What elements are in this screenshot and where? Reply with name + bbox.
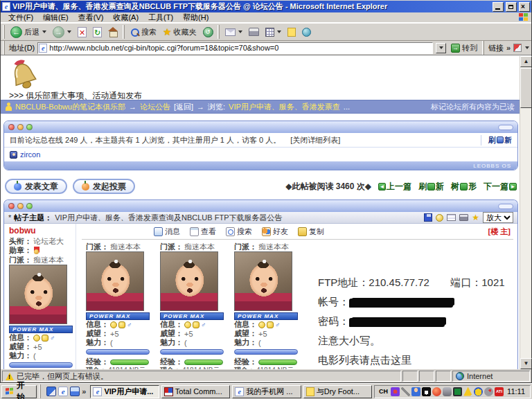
- menu-view[interactable]: 查看(V): [73, 12, 109, 23]
- breadcrumb-club[interactable]: NBCLUB-Bobwu的笔记本俱乐部: [15, 102, 125, 112]
- toolbar-handle[interactable]: [3, 25, 5, 39]
- notes-button[interactable]: [285, 27, 298, 37]
- show-desktop-icon[interactable]: [46, 387, 56, 396]
- ati-icon[interactable]: ATI: [495, 387, 504, 396]
- scroll-thumb[interactable]: [520, 68, 532, 108]
- edit-dropdown-icon[interactable]: [277, 30, 281, 33]
- title-bar[interactable]: e VIP用户申请、服务、香港发票查询及NBCLUB FTP下载服务器公告 @ …: [1, 1, 531, 12]
- headset-icon[interactable]: [474, 387, 483, 396]
- smiley-icon[interactable]: [110, 321, 117, 328]
- copy-button[interactable]: 复制: [298, 227, 324, 237]
- edit-button[interactable]: [263, 27, 283, 37]
- warning-tray-icon[interactable]: [463, 387, 472, 396]
- menu-favorites[interactable]: 收藏(A): [108, 12, 143, 23]
- back-dropdown-icon[interactable]: [42, 30, 46, 33]
- font-size-select[interactable]: 放大: [483, 212, 513, 223]
- refresh-button[interactable]: ↻: [91, 26, 104, 38]
- message-face-icon[interactable]: [42, 335, 48, 342]
- user-tray-icon[interactable]: [411, 387, 420, 396]
- qq-icon[interactable]: [422, 387, 431, 396]
- start-button[interactable]: 开始: [1, 385, 37, 398]
- stop-button[interactable]: ✕: [76, 26, 89, 38]
- browser-tray-icon[interactable]: [432, 387, 441, 396]
- task-button-dryfoot[interactable]: 与Dry Foot...: [303, 385, 372, 398]
- task-button-vip[interactable]: e VIP用户申请...: [90, 385, 159, 398]
- next-thread-link[interactable]: 下一篇 ►: [484, 181, 517, 193]
- mail-button[interactable]: [223, 28, 245, 37]
- history-button[interactable]: ↺: [201, 26, 215, 38]
- scroll-up-button[interactable]: ▲: [520, 56, 532, 67]
- address-input[interactable]: [49, 44, 432, 52]
- favorites-button[interactable]: ★ 收藏夹: [161, 26, 199, 38]
- search-posts-button[interactable]: 搜索: [226, 227, 252, 237]
- add-friend-button[interactable]: 好友: [262, 227, 288, 237]
- message-button[interactable]: 消息: [154, 227, 180, 237]
- new-vote-button[interactable]: 发起投票: [73, 179, 135, 194]
- tree-view-link[interactable]: 树 形: [451, 181, 477, 193]
- prev-thread-link[interactable]: ◄ 上一篇: [378, 181, 411, 193]
- menu-edit[interactable]: 编辑(E): [38, 12, 73, 23]
- close-detail-list-link[interactable]: [关闭详细列表]: [290, 135, 340, 145]
- breadcrumb-back-link[interactable]: [返回]: [174, 102, 193, 112]
- addressbar-handle[interactable]: [3, 41, 5, 55]
- pen-icon[interactable]: [401, 387, 410, 396]
- movie-list-link[interactable]: 电影列表请点击这里: [318, 354, 505, 364]
- print-thread-icon[interactable]: [459, 214, 468, 221]
- mark-all-read-link[interactable]: 标记论坛所有内容为已读: [431, 102, 515, 112]
- vertical-scrollbar[interactable]: ▲ ▼: [520, 56, 531, 369]
- outlook-express-icon[interactable]: [70, 387, 80, 396]
- home-button[interactable]: [106, 26, 121, 38]
- links-dropdown-icon[interactable]: [525, 46, 529, 49]
- edit-icon: [265, 28, 274, 37]
- refresh-link[interactable]: 刷 新: [481, 135, 512, 145]
- task-button-total-commander[interactable]: Total Comm...: [161, 385, 230, 398]
- gamepad-icon[interactable]: [443, 387, 452, 396]
- toolbar-separator: [218, 25, 220, 39]
- smiley-icon[interactable]: [258, 321, 265, 328]
- restore-button[interactable]: [506, 2, 517, 12]
- menu-file[interactable]: 文件(F): [3, 12, 38, 23]
- monitor-icon[interactable]: [453, 387, 462, 396]
- menu-help[interactable]: 帮助(H): [178, 12, 213, 23]
- forward-button[interactable]: →: [51, 26, 73, 39]
- close-button[interactable]: ×: [519, 2, 530, 12]
- minimize-button[interactable]: [493, 2, 504, 12]
- search-button[interactable]: 搜索: [128, 26, 159, 38]
- view-profile-button[interactable]: 查看: [190, 227, 216, 237]
- menu-tools[interactable]: 工具(T): [143, 12, 178, 23]
- message-face-icon[interactable]: [118, 321, 125, 328]
- save-icon[interactable]: [424, 213, 432, 222]
- refresh-thread-link[interactable]: 刷 新: [418, 181, 444, 193]
- author-name[interactable]: bobwu: [9, 226, 73, 236]
- message-icon: [154, 227, 163, 236]
- read-mode-icon[interactable]: [447, 214, 456, 221]
- messenger-button[interactable]: [300, 27, 313, 37]
- message-face-icon[interactable]: [267, 321, 274, 328]
- address-dropdown-button[interactable]: [436, 43, 446, 53]
- smiley-icon[interactable]: [184, 321, 191, 328]
- quicklaunch-chevron-icon[interactable]: »: [82, 387, 86, 396]
- links-badge-icon[interactable]: [513, 44, 522, 52]
- alert-icon[interactable]: [436, 214, 443, 222]
- input-language-indicator[interactable]: CH: [378, 387, 389, 397]
- print-button[interactable]: [247, 27, 261, 37]
- breadcrumb-board[interactable]: 论坛公告: [140, 102, 170, 112]
- scroll-down-button[interactable]: ▼: [520, 358, 532, 369]
- back-button[interactable]: ← 后退: [8, 26, 48, 39]
- input-method-icon[interactable]: [391, 387, 400, 396]
- clan-row: 门派： 痴迷本本: [9, 255, 73, 264]
- taskbar-handle[interactable]: [39, 384, 41, 398]
- links-chevron-icon[interactable]: »: [506, 44, 511, 52]
- mail-dropdown-icon[interactable]: [238, 30, 242, 33]
- online-user-link[interactable]: zircon: [20, 150, 40, 159]
- task-button-phone-site[interactable]: e 我的手机网 ...: [232, 385, 301, 398]
- smiley-icon[interactable]: [33, 335, 40, 342]
- go-button[interactable]: → 转到: [449, 42, 479, 54]
- ie-quicklaunch-icon[interactable]: e: [58, 387, 68, 396]
- forward-dropdown-icon[interactable]: [67, 30, 71, 33]
- new-post-button[interactable]: 发表文章: [5, 179, 67, 194]
- volume-icon[interactable]: [484, 387, 493, 396]
- message-face-icon[interactable]: [193, 321, 200, 328]
- links-label[interactable]: 链接: [488, 43, 504, 53]
- favorite-thread-icon[interactable]: ★: [472, 213, 479, 222]
